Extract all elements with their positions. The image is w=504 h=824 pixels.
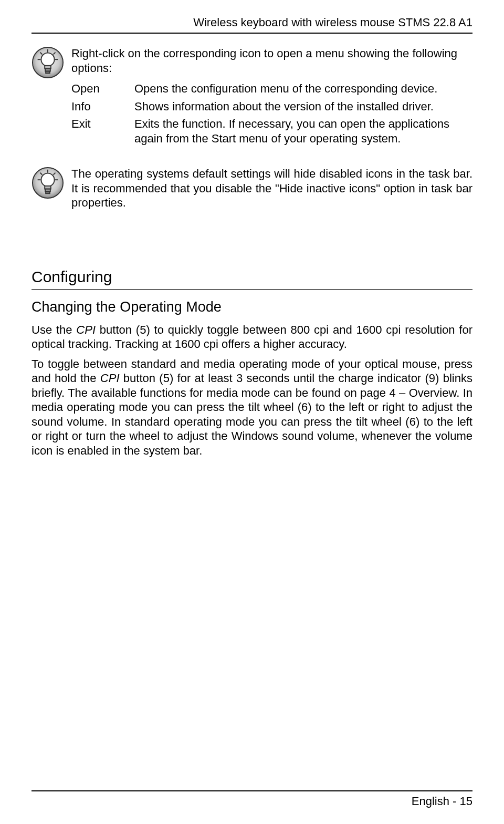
page-footer: English - 15 [32,790,472,808]
option-desc: Opens the configuration menu of the corr… [134,81,472,96]
footer-rule [32,790,472,791]
svg-rect-9 [46,71,50,73]
option-desc: Exits the function. If necessary, you ca… [134,117,472,146]
lightbulb-icon [32,46,64,79]
section-heading-configuring: Configuring [32,268,472,286]
option-key: Open [71,81,119,96]
options-grid: Open Opens the configuration menu of the… [71,81,472,146]
cpi-italic: CPI [100,372,120,385]
section-subheading: Changing the Operating Mode [32,299,472,315]
option-key: Exit [71,117,119,146]
section-rule [32,289,472,290]
tip-block-2: The operating systems default settings w… [32,167,472,210]
cpi-italic: CPI [76,323,96,336]
p1-a: Use the [32,323,76,336]
option-desc: Shows information about the version of t… [134,99,472,114]
header-rule [32,33,472,34]
tip2-text: The operating systems default settings w… [71,167,472,210]
footer-page-label: English - 15 [32,795,472,808]
p1-b: button (5) to quickly toggle between 800… [32,323,472,351]
tip-block-1: Right-click on the corresponding icon to… [32,46,472,146]
lightbulb-icon [32,167,64,199]
paragraph-1: Use the CPI button (5) to quickly toggle… [32,323,472,352]
svg-rect-19 [46,191,50,193]
paragraph-2: To toggle between standard and media ope… [32,357,472,458]
tip1-intro: Right-click on the corresponding icon to… [71,46,472,75]
page-header-title: Wireless keyboard with wireless mouse ST… [32,16,472,29]
svg-point-1 [41,53,54,66]
option-key: Info [71,99,119,114]
svg-point-11 [41,173,54,187]
